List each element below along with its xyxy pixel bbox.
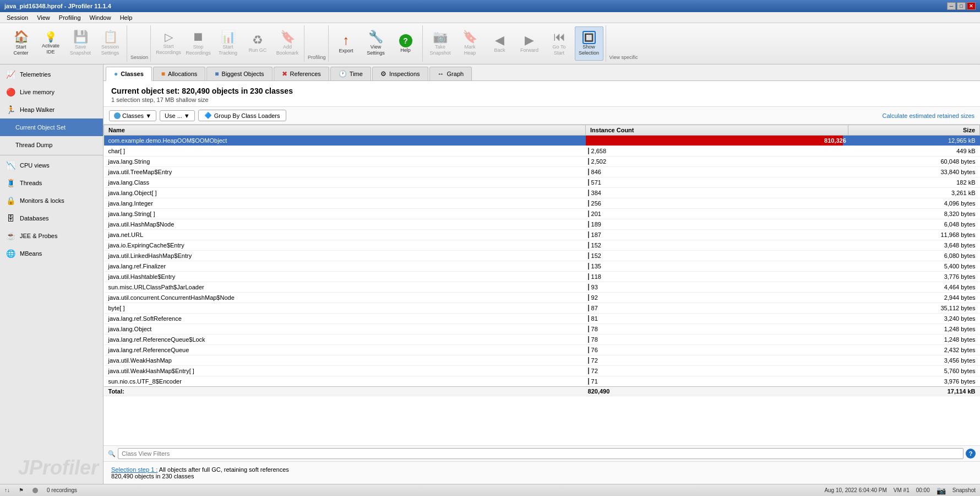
classes-dropdown[interactable]: Classes ▼ [109,110,156,121]
close-btn[interactable]: ✕ [967,2,976,10]
tab-biggest-objects[interactable]: ■ Biggest Objects [206,67,272,80]
table-row[interactable]: java.lang.Object[ ]3843,261 kB [104,188,980,198]
minimize-btn[interactable]: ─ [947,2,956,10]
group-by-classloaders-button[interactable]: 🔷 Group By Class Loaders [198,110,286,121]
table-row[interactable]: java.io.ExpiringCache$Entry1523,648 byte… [104,240,980,251]
table-row[interactable]: java.lang.ref.SoftReference813,240 bytes [104,314,980,324]
table-row[interactable]: java.util.concurrent.ConcurrentHashMap$N… [104,293,980,303]
sidebar-item-telemetries[interactable]: 📈 Telemetries [0,66,103,83]
start-tracking-icon: 📊 [221,31,236,43]
col-name[interactable]: Name [104,125,586,136]
app-title: java_pid16348.hprof - JProfiler 11.1.4 [4,3,111,9]
save-snapshot-button[interactable]: 💾 SaveSnapshot [66,26,95,61]
session-settings-button[interactable]: 📋 SessionSettings [96,26,124,61]
cell-instance-count: 78 [586,335,848,345]
sidebar-item-live-memory[interactable]: 🔴 Live memory [0,83,103,101]
run-gc-button[interactable]: ♻ Run GC [243,26,272,61]
export-button[interactable]: ↑ Export [332,26,361,61]
sidebar-item-heap-walker[interactable]: 🏃 Heap Walker [0,101,103,118]
forward-button[interactable]: ▶ Forward [515,26,544,61]
cell-instance-count: 71 [586,376,848,387]
start-tracking-label: StartTracking [219,44,237,56]
tab-graph[interactable]: ↔ Graph [429,67,472,80]
sidebar-item-databases[interactable]: 🗄 Databases [0,209,103,227]
help-button[interactable]: ? Help [391,26,420,61]
table-row[interactable]: byte[ ]8735,112 bytes [104,303,980,314]
tab-time[interactable]: 🕐 Time [330,67,371,80]
cell-name: java.io.ExpiringCache$Entry [104,240,586,251]
tab-allocations[interactable]: ■ Allocations [153,67,205,80]
table-row[interactable]: java.lang.ref.Finalizer1355,400 bytes [104,261,980,272]
table-row[interactable]: java.net.URL18711,968 bytes [104,230,980,240]
calculate-retained-sizes-link[interactable]: Calculate estimated retained sizes [882,112,974,119]
sidebar-item-current-object-set[interactable]: Current Object Set [0,118,103,136]
table-row[interactable]: java.util.WeakHashMap$Entry[ ]725,760 by… [104,366,980,376]
cell-instance-count: 78 [586,324,848,335]
col-instance-count[interactable]: Instance Count [586,125,848,136]
table-row[interactable]: java.util.WeakHashMap723,456 bytes [104,355,980,366]
menu-view[interactable]: View [32,13,55,22]
maximize-btn[interactable]: □ [957,2,966,10]
table-row[interactable]: java.util.Hashtable$Entry1183,776 bytes [104,272,980,282]
sidebar-item-monitors-locks[interactable]: 🔒 Monitors & locks [0,192,103,209]
cell-instance-count: 187 [586,230,848,240]
table-row[interactable]: java.lang.Object781,248 bytes [104,324,980,335]
save-snapshot-icon: 💾 [73,31,88,43]
table-row[interactable]: java.lang.Integer2564,096 bytes [104,198,980,209]
cell-name: java.lang.Class [104,177,586,188]
tab-inspections[interactable]: ⚙ Inspections [372,67,428,80]
go-to-start-icon: ⏮ [553,31,565,43]
stop-recordings-button[interactable]: ⏹ StopRecordings [184,26,213,61]
menu-window[interactable]: Window [85,13,116,22]
table-row[interactable]: char[ ]2,658449 kB [104,146,980,157]
view-settings-button[interactable]: 🔧 ViewSettings [362,26,390,61]
menu-profiling[interactable]: Profiling [55,13,85,22]
selection-step-link[interactable]: Selection step 1 : [111,466,157,473]
table-row[interactable]: java.util.LinkedHashMap$Entry1526,080 by… [104,251,980,261]
class-view-filter-input[interactable] [118,448,963,459]
table-row[interactable]: java.lang.ref.ReferenceQueue$Lock781,248… [104,335,980,345]
filter-help-button[interactable]: ? [966,449,976,459]
start-recordings-button[interactable]: ▷ StartRecordings [154,26,183,61]
back-button[interactable]: ◀ Back [486,26,514,61]
start-center-button[interactable]: 🏠 StartCenter [7,26,35,61]
sidebar-label-threads: Threads [20,180,42,186]
sidebar-item-threads[interactable]: 🧵 Threads [0,174,103,192]
show-selection-button[interactable]: 🔲 ShowSelection [575,26,603,61]
show-selection-label: ShowSelection [579,44,599,56]
mark-heap-button[interactable]: 🔖 MarkHeap [456,26,484,61]
toolbar-group-profiling: ▷ StartRecordings ⏹ StopRecordings 📊 Sta… [152,25,304,62]
table-row[interactable]: java.util.TreeMap$Entry84633,840 bytes [104,167,980,177]
sidebar-item-thread-dump[interactable]: Thread Dump [0,136,103,154]
table-row[interactable]: java.util.HashMap$Node1896,048 bytes [104,219,980,230]
table-row[interactable]: sun.nio.cs.UTF_8$Encoder713,976 bytes [104,376,980,387]
start-tracking-button[interactable]: 📊 StartTracking [214,26,242,61]
sidebar-item-cpu-views[interactable]: 📉 CPU views [0,157,103,174]
table-row[interactable]: com.example.demo.HeapOOM$OOMObject810,32… [104,136,980,146]
add-bookmark-button[interactable]: 🔖 AddBookmark [273,26,302,61]
take-snapshot-button[interactable]: 📷 TakeSnapshot [426,26,455,61]
snapshot-camera-icon: 📷 [937,486,946,495]
use-dropdown[interactable]: Use ... ▼ [160,110,195,121]
forward-label: Forward [520,47,538,53]
table-row[interactable]: java.lang.ref.ReferenceQueue762,432 byte… [104,345,980,355]
menu-help[interactable]: Help [116,13,137,22]
take-snapshot-label: TakeSnapshot [430,44,451,56]
time-tab-label: Time [350,71,363,77]
table-row[interactable]: java.lang.Class571182 kB [104,177,980,188]
activate-ide-button[interactable]: 💡 ActivateIDE [36,26,65,61]
window-controls[interactable]: ─ □ ✕ [947,2,976,10]
menu-session[interactable]: Session [2,13,32,22]
tab-references[interactable]: ✖ References [274,67,329,80]
table-row[interactable]: java.lang.String[ ]2018,320 bytes [104,209,980,219]
tab-classes[interactable]: ● Classes [106,67,152,81]
sidebar-item-jee-probes[interactable]: ☕ JEE & Probes [0,227,103,245]
table-row[interactable]: java.lang.String2,50260,048 bytes [104,157,980,167]
profiling-group-label: Profiling [306,25,329,62]
table-row[interactable]: sun.misc.URLClassPath$JarLoader934,464 b… [104,282,980,293]
sidebar-item-mbeans[interactable]: 🌐 MBeans [0,245,103,262]
content-toolbar: Classes ▼ Use ... ▼ 🔷 Group By Class Loa… [104,107,980,125]
go-to-start-button[interactable]: ⏮ Go ToStart [545,26,574,61]
col-size[interactable]: Size [848,125,980,136]
cell-name: byte[ ] [104,303,586,314]
